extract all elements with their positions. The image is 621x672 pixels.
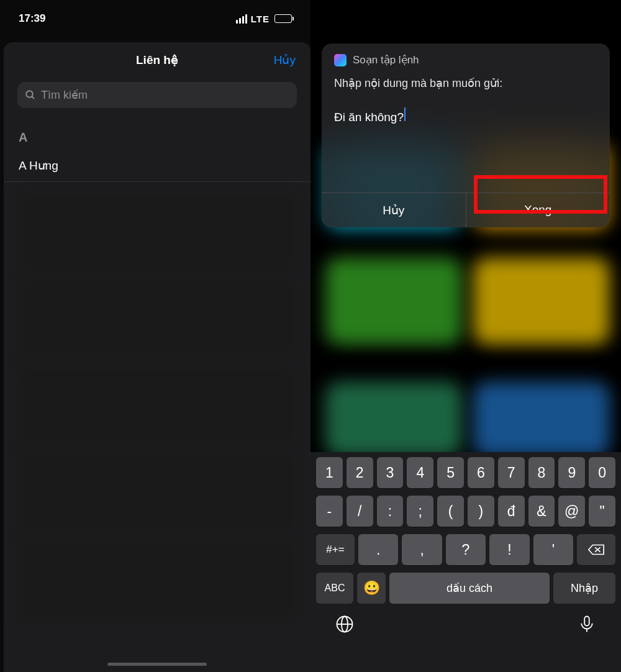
keyboard-key[interactable]: . (358, 534, 398, 565)
keyboard-key[interactable]: , (402, 534, 442, 565)
keyboard-key[interactable]: 3 (377, 457, 404, 488)
prompt-label: Nhập nội dung mà bạn muốn gửi: (322, 73, 610, 96)
status-icons: LTE (236, 14, 292, 24)
keyboard: 1234567890 -/:;()đ&@" #+= .,?!' ABC 😀 dấ… (310, 452, 621, 672)
svg-point-0 (26, 91, 33, 98)
keyboard-key[interactable]: 5 (437, 457, 464, 488)
keyboard-key[interactable]: ' (533, 534, 573, 565)
page-title: Liên hệ (136, 53, 178, 67)
svg-line-1 (32, 96, 34, 99)
keyboard-key[interactable]: 6 (468, 457, 494, 488)
prompt-header: Soạn tập lệnh (322, 53, 610, 73)
keyboard-delete-key[interactable] (577, 534, 615, 565)
keyboard-key[interactable]: 1 (316, 457, 343, 488)
shortcuts-app-icon (334, 54, 347, 66)
keyboard-space-key[interactable]: dấu cách (389, 573, 550, 604)
battery-icon (274, 14, 292, 23)
keyboard-key[interactable]: : (377, 496, 404, 527)
keyboard-key[interactable]: 9 (558, 457, 585, 488)
prompt-app-name: Soạn tập lệnh (353, 53, 419, 66)
prompt-cancel-button[interactable]: Hủy (322, 193, 466, 227)
keyboard-return-key[interactable]: Nhập (553, 573, 615, 604)
prompt-text-input[interactable]: Đi ăn không? (322, 96, 610, 193)
contacts-sheet: Liên hệ Hủy A A Hưng (4, 42, 310, 672)
keyboard-key[interactable]: / (347, 496, 373, 527)
home-indicator[interactable] (107, 663, 207, 666)
keyboard-key[interactable]: " (589, 496, 615, 527)
search-input[interactable] (41, 89, 289, 102)
status-bar: 17:39 LTE (0, 0, 310, 37)
keyboard-key[interactable]: ) (468, 496, 494, 527)
phone-left-screen: 17:39 LTE Liên hệ Hủy A A Hưng (0, 0, 310, 672)
keyboard-key[interactable]: 2 (347, 457, 373, 488)
svg-rect-7 (584, 617, 589, 626)
delete-icon (587, 543, 605, 556)
text-cursor (404, 107, 406, 121)
network-label: LTE (251, 14, 270, 24)
section-header: A (4, 117, 310, 151)
prompt-done-button[interactable]: Xong (466, 193, 610, 227)
mic-icon[interactable] (578, 615, 596, 633)
globe-icon[interactable] (335, 615, 354, 633)
keyboard-key[interactable]: ? (446, 534, 486, 565)
status-time: 17:39 (19, 12, 45, 25)
search-field[interactable] (17, 82, 297, 108)
contact-row[interactable]: A Hưng (4, 151, 310, 182)
keyboard-abc-key[interactable]: ABC (316, 573, 353, 604)
nav-header: Liên hệ Hủy (4, 42, 310, 77)
keyboard-key[interactable]: & (528, 496, 555, 527)
keyboard-key[interactable]: 7 (498, 457, 525, 488)
cancel-button[interactable]: Hủy (274, 53, 296, 67)
keyboard-key[interactable]: ( (437, 496, 464, 527)
redacted-contacts (4, 194, 310, 617)
keyboard-key[interactable]: 8 (528, 457, 555, 488)
keyboard-key[interactable]: - (316, 496, 343, 527)
keyboard-key[interactable]: ; (407, 496, 433, 527)
phone-right-screen: Soạn tập lệnh Nhập nội dung mà bạn muốn … (310, 0, 621, 672)
keyboard-emoji-key[interactable]: 😀 (357, 573, 386, 604)
signal-icon (236, 14, 247, 24)
keyboard-key[interactable]: đ (498, 496, 525, 527)
search-icon (25, 89, 36, 101)
keyboard-key[interactable]: 0 (589, 457, 615, 488)
keyboard-key[interactable]: 4 (407, 457, 433, 488)
shortcuts-prompt: Soạn tập lệnh Nhập nội dung mà bạn muốn … (322, 43, 610, 227)
prompt-input-value: Đi ăn không? (334, 111, 404, 124)
keyboard-key[interactable]: ! (489, 534, 529, 565)
prompt-buttons: Hủy Xong (322, 193, 610, 227)
keyboard-key[interactable]: @ (558, 496, 585, 527)
keyboard-mode-key[interactable]: #+= (316, 534, 355, 565)
